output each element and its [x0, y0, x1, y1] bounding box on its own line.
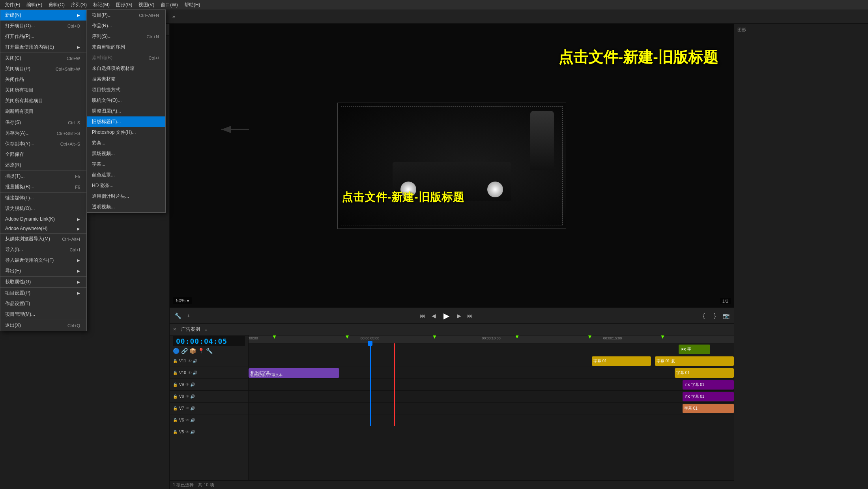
menu-item-get-properties[interactable]: 获取属性(G) ▶ — [0, 276, 86, 287]
submenu-bars[interactable]: 彩条... — [87, 138, 165, 148]
menu-item-batch-capture[interactable]: 批量捕捉(B)... F6 — [0, 182, 86, 192]
menu-item-revert[interactable]: 还原(R) — [0, 160, 86, 170]
menu-item-import-recent[interactable]: 导入最近使用的文件(F) ▶ — [0, 255, 86, 266]
audio-icon-v7[interactable]: 🔊 — [190, 406, 195, 410]
submenu-transparent[interactable]: 透明视频... — [87, 202, 165, 212]
clip-v9-1[interactable]: 字幕 01 — [675, 368, 734, 378]
menu-item-make-offline[interactable]: 设为脱机(O)... — [0, 203, 86, 214]
menu-item-close-production[interactable]: 关闭作品 — [0, 74, 86, 85]
eye-icon-v7[interactable]: 👁 — [185, 406, 189, 410]
menu-help[interactable]: 帮助(H) — [181, 1, 204, 9]
menu-item-save-as[interactable]: 另存为(A)... Ctrl+Shift+S — [0, 128, 86, 139]
submenu-seq-from-clip[interactable]: 来自剪辑的序列 — [87, 42, 165, 52]
submenu-project[interactable]: 项目(P)... Ctrl+Alt+N — [87, 10, 165, 21]
submenu-countdown[interactable]: 通用倒计时片头... — [87, 191, 165, 202]
menu-edit[interactable]: 编辑(E) — [23, 1, 45, 9]
chevron-down-icon[interactable]: ▾ — [187, 299, 189, 303]
menu-item-close-others[interactable]: 关闭所有其他项目 — [0, 96, 86, 106]
menu-view[interactable]: 视图(V) — [135, 1, 157, 9]
lock-icon-v10[interactable]: 🔒 — [173, 371, 178, 375]
audio-icon[interactable]: 🔊 — [193, 359, 197, 363]
in-point-btn[interactable]: { — [699, 311, 709, 320]
eye-icon-v10[interactable]: 👁 — [188, 371, 192, 375]
marker-icon[interactable]: 📍 — [198, 348, 204, 354]
audio-icon-v6[interactable]: 🔊 — [190, 418, 195, 422]
step-fwd-btn[interactable]: ⏭ — [465, 311, 475, 320]
submenu-captions[interactable]: 字幕... — [87, 159, 165, 170]
magnet-icon[interactable]: 🔵 — [173, 348, 180, 354]
eye-icon-v5[interactable]: 👁 — [185, 430, 189, 434]
submenu-legacy-title[interactable]: 旧版标题(T)... — [87, 116, 165, 127]
menu-item-close-all-projects[interactable]: 关闭所有项目 — [0, 85, 86, 96]
prev-frame-btn[interactable]: ◀ — [429, 311, 438, 320]
clip-v7-1[interactable]: FX 字幕 01 — [683, 392, 734, 401]
menu-file[interactable]: 文件(F) — [2, 1, 23, 9]
submenu-search-bin[interactable]: 搜索素材箱 — [87, 74, 165, 84]
menu-item-exit[interactable]: 退出(X) Ctrl+Q — [0, 320, 86, 331]
next-frame-btn[interactable]: ▶ — [454, 311, 464, 320]
lock-icon-v8[interactable]: 🔒 — [173, 394, 178, 399]
clip-v10-1[interactable]: 字幕 01 复 — [655, 356, 734, 366]
eye-icon-v9[interactable]: 👁 — [185, 382, 189, 387]
menu-item-save-copy[interactable]: 保存副本(Y)... Ctrl+Alt+S — [0, 139, 86, 149]
lock-icon-v6[interactable]: 🔒 — [173, 418, 178, 422]
audio-icon-v10[interactable]: 🔊 — [193, 371, 197, 375]
clip-v10-2[interactable]: 字幕 01 — [592, 356, 651, 366]
clip-v8-1[interactable]: FX 字幕 01 — [683, 380, 734, 390]
menu-item-import-from-browser[interactable]: 从媒体浏览器导入(M) Ctrl+Alt+I — [0, 233, 86, 244]
close-icon[interactable]: ✕ — [173, 327, 176, 332]
submenu-offline[interactable]: 脱机文件(O)... — [87, 95, 165, 106]
menu-item-close[interactable]: 关闭(C) Ctrl+W — [0, 52, 86, 64]
menu-item-open-production[interactable]: 打开作品(P)... — [0, 31, 86, 42]
submenu-black-video[interactable]: 黑场视频... — [87, 148, 165, 159]
link-icon[interactable]: 🔗 — [181, 348, 188, 354]
clip-v11-fx[interactable]: FX 字 — [679, 345, 710, 354]
menu-item-anywhere[interactable]: Adobe Anywhere(H) ▶ — [0, 224, 86, 233]
menu-window[interactable]: 窗口(W) — [157, 1, 181, 9]
seq-menu-icon[interactable]: ≡ — [205, 327, 207, 332]
wrench-icon[interactable]: 🔧 — [173, 311, 182, 320]
audio-icon-v5[interactable]: 🔊 — [190, 430, 195, 434]
submenu-color-matte[interactable]: 颜色遮罩... — [87, 170, 165, 180]
menu-marker[interactable]: 标记(M) — [90, 1, 113, 9]
lock-icon[interactable]: 🔒 — [173, 359, 178, 363]
menu-clip[interactable]: 剪辑(C) — [45, 1, 68, 9]
eye-icon-v8[interactable]: 👁 — [185, 394, 189, 399]
menu-item-close-project[interactable]: 关闭项目(P) Ctrl+Shift+W — [0, 64, 86, 74]
out-point-btn[interactable]: } — [710, 311, 720, 320]
menu-item-export[interactable]: 导出(E) ▶ — [0, 266, 86, 276]
submenu-bin-from-selection[interactable]: 来自选择项的素材箱 — [87, 63, 165, 74]
menu-item-recent[interactable]: 打开最近使用的内容(E) ▶ — [0, 42, 86, 52]
clip-v6-1[interactable]: 字幕 01 — [683, 404, 734, 413]
menu-item-dynamic-link[interactable]: Adobe Dynamic Link(K) ▶ — [0, 214, 86, 224]
eye-icon[interactable]: 👁 — [188, 359, 192, 363]
menu-item-production-settings[interactable]: 作品设置(T) — [0, 298, 86, 309]
submenu-adjustment[interactable]: 调整图层(A)... — [87, 106, 165, 116]
submenu-hd-bars[interactable]: HD 彩条... — [87, 180, 165, 191]
menu-item-save[interactable]: 保存(S) Ctrl+S — [0, 117, 86, 128]
menu-item-project-manager[interactable]: 项目管理(M)... — [0, 309, 86, 320]
tab-more[interactable]: » — [168, 12, 180, 21]
lock-icon-v7[interactable]: 🔒 — [173, 406, 178, 410]
step-back-btn[interactable]: ⏮ — [418, 311, 427, 320]
menu-item-link-media[interactable]: 链接媒体(L)... — [0, 192, 86, 203]
menu-item-save-all[interactable]: 全部保存 — [0, 149, 86, 160]
menu-item-capture[interactable]: 捕捉(T)... F5 — [0, 170, 86, 182]
audio-icon-v9[interactable]: 🔊 — [190, 382, 195, 387]
menu-item-open-project[interactable]: 打开项目(O)... Ctrl+O — [0, 21, 86, 31]
camera-btn[interactable]: 📷 — [721, 311, 731, 320]
menu-item-import[interactable]: 导入(I)... Ctrl+I — [0, 244, 86, 255]
tool-icon[interactable]: 🔧 — [206, 348, 213, 354]
lock-icon-v5[interactable]: 🔒 — [173, 430, 178, 434]
add-marker-btn[interactable]: + — [184, 311, 193, 320]
audio-icon-v8[interactable]: 🔊 — [190, 394, 195, 399]
menu-item-refresh[interactable]: 刷新所有项目 — [0, 106, 86, 117]
menu-graphic[interactable]: 图形(G) — [113, 1, 135, 9]
submenu-photoshop[interactable]: Photoshop 文件(H)... — [87, 127, 165, 138]
menu-item-project-settings[interactable]: 项目设置(P) ▶ — [0, 287, 86, 298]
submenu-sequence[interactable]: 序列(S)... Ctrl+N — [87, 31, 165, 42]
submenu-production[interactable]: 作品(R)... — [87, 21, 165, 31]
eye-icon-v6[interactable]: 👁 — [185, 418, 189, 422]
menu-sequence[interactable]: 序列(S) — [68, 1, 90, 9]
play-button[interactable]: ▶ — [440, 309, 453, 322]
